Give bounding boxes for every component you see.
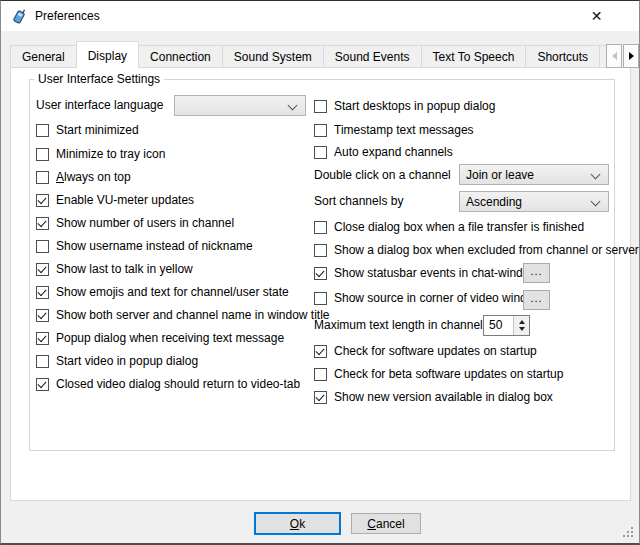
tab-scroll-left-icon[interactable] [606,44,622,68]
checkbox-label: Show a dialog box when excluded from cha… [334,243,639,257]
checkbox-row[interactable]: Show a dialog box when excluded from cha… [314,243,639,257]
checkbox-row[interactable]: Timestamp text messages [314,123,474,137]
checkbox-label: Popup dialog when receiving text message [56,331,284,345]
checkbox-label: Check for software updates on startup [334,344,537,358]
preferences-dialog: Preferences ✕ General Display Connection… [0,0,640,545]
checkbox-label: Start minimized [56,123,139,137]
language-label-row: User interface language [36,98,163,112]
checkbox-row[interactable]: Show both server and channel name in win… [36,308,330,322]
double-click-label: Double click on a channel [314,168,451,182]
checkbox-label: Closed video dialog should return to vid… [56,377,300,391]
checkbox-row[interactable]: Show emojis and text for channel/user st… [36,285,289,299]
checkbox-label: Start video in popup dialog [56,354,198,368]
checkbox-label: Show number of users in channel [56,216,234,230]
tab-display[interactable]: Display [76,41,139,68]
title-bar[interactable]: Preferences ✕ [1,1,639,31]
checkbox[interactable] [314,146,327,159]
checkbox[interactable] [36,194,49,207]
tab-bar: General Display Connection Sound System … [10,41,606,68]
tab-sound-system[interactable]: Sound System [222,45,324,68]
checkbox[interactable] [36,124,49,137]
checkbox[interactable] [314,100,327,113]
checkbox-row[interactable]: Closed video dialog should return to vid… [36,377,300,391]
checkbox-label: Show emojis and text for channel/user st… [56,285,289,299]
double-click-select[interactable]: Join or leave [459,164,609,185]
checkbox-label: Show both server and channel name in win… [56,308,330,322]
teamtalk-app-icon [11,8,27,24]
resize-grip-icon[interactable] [623,527,634,538]
checkbox[interactable] [36,217,49,230]
checkbox[interactable] [314,124,327,137]
tab-scroll-right-icon[interactable] [623,44,639,68]
checkbox-row[interactable]: Close dialog box when a file transfer is… [314,220,584,234]
checkbox-label: Always on top [56,170,131,184]
cancel-button[interactable]: Cancel [351,513,421,534]
checkbox[interactable] [314,368,327,381]
checkbox-row[interactable]: Auto expand channels [314,145,453,159]
checkbox-row[interactable]: Popup dialog when receiving text message [36,331,284,345]
checkbox-row[interactable]: Start video in popup dialog [36,354,198,368]
ok-button[interactable]: Ok [254,512,341,535]
checkbox-row[interactable]: Check for beta software updates on start… [314,367,563,381]
checkbox[interactable] [36,332,49,345]
double-click-label-row: Double click on a channel [314,168,451,182]
close-icon[interactable]: ✕ [574,1,619,31]
stepper-up-icon[interactable] [519,320,525,324]
checkbox[interactable] [314,345,327,358]
checkbox-row[interactable]: Show statusbar events in chat-window [314,266,538,280]
checkbox-label: Minimize to tray icon [56,147,165,161]
checkbox[interactable] [36,309,49,322]
double-click-value: Join or leave [466,168,534,182]
tab-general[interactable]: General [10,45,77,68]
checkbox[interactable] [36,378,49,391]
checkbox-label: Close dialog box when a file transfer is… [334,220,584,234]
language-select[interactable] [174,95,306,116]
checkbox-row[interactable]: Start minimized [36,123,139,137]
checkbox-row[interactable]: Show number of users in channel [36,216,234,230]
checkbox-row[interactable]: Always on top [36,170,131,184]
tab-shortcuts[interactable]: Shortcuts [525,45,600,68]
checkbox[interactable] [36,148,49,161]
checkbox-label: Show last to talk in yellow [56,262,193,276]
window-title: Preferences [35,9,100,23]
checkbox-label: Show source in corner of video window [334,291,542,305]
video-source-ellipsis-button[interactable]: ... [523,290,550,310]
checkbox[interactable] [314,244,327,257]
sort-channels-select[interactable]: Ascending [459,191,609,212]
checkbox[interactable] [36,355,49,368]
checkbox-row[interactable]: Show last to talk in yellow [36,262,193,276]
checkbox-row[interactable]: Show username instead of nickname [36,239,253,253]
group-title: User Interface Settings [34,72,164,86]
tab-sound-events[interactable]: Sound Events [323,45,422,68]
chevron-down-icon [591,197,601,207]
statusbar-events-ellipsis-button[interactable]: ... [523,263,550,283]
checkbox-label: Show new version available in dialog box [334,390,553,404]
checkbox-row[interactable]: Start desktops in popup dialog [314,99,495,113]
checkbox[interactable] [36,240,49,253]
checkbox[interactable] [36,171,49,184]
checkbox[interactable] [36,263,49,276]
max-text-length-label: Maximum text length in channel list [314,318,501,332]
checkbox[interactable] [36,286,49,299]
max-text-length-stepper[interactable]: 50 [483,315,530,336]
checkbox-row[interactable]: Check for software updates on startup [314,344,537,358]
tab-text-to-speech[interactable]: Text To Speech [421,45,527,68]
checkbox-label: Auto expand channels [334,145,453,159]
sort-channels-value: Ascending [466,195,522,209]
checkbox-row[interactable]: Show source in corner of video window [314,291,542,305]
checkbox-row[interactable]: Show new version available in dialog box [314,390,553,404]
chevron-down-icon [591,170,601,180]
stepper-buttons[interactable] [513,316,529,335]
checkbox[interactable] [314,221,327,234]
chevron-down-icon [288,101,298,111]
tab-connection[interactable]: Connection [138,45,223,68]
checkbox-label: Check for beta software updates on start… [334,367,563,381]
checkbox[interactable] [314,292,327,305]
checkbox-row[interactable]: Enable VU-meter updates [36,193,194,207]
checkbox-row[interactable]: Minimize to tray icon [36,147,165,161]
sort-channels-label: Sort channels by [314,194,403,208]
checkbox[interactable] [314,391,327,404]
stepper-down-icon[interactable] [519,327,525,331]
checkbox[interactable] [314,267,327,280]
checkbox-label: Show username instead of nickname [56,239,253,253]
